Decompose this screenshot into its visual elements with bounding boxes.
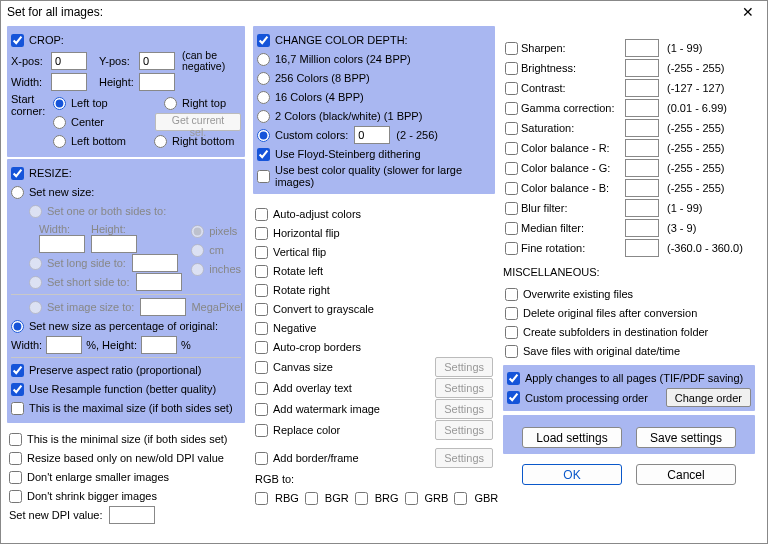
pct-h-input[interactable] bbox=[141, 336, 177, 354]
overlay-settings-button[interactable]: Settings bbox=[435, 378, 493, 398]
gbr-checkbox[interactable] bbox=[454, 492, 467, 505]
contrast-input[interactable] bbox=[625, 79, 659, 97]
bright-input[interactable] bbox=[625, 59, 659, 77]
allpages-checkbox[interactable] bbox=[507, 372, 520, 385]
corner-lb-radio[interactable] bbox=[53, 135, 66, 148]
long-input[interactable] bbox=[132, 254, 178, 272]
cancel-button[interactable]: Cancel bbox=[636, 464, 736, 485]
get-selection-button[interactable]: Get current sel. bbox=[155, 113, 241, 131]
custom-radio[interactable] bbox=[257, 129, 270, 142]
short-radio[interactable] bbox=[29, 276, 42, 289]
median-input[interactable] bbox=[625, 219, 659, 237]
corner-rt-radio[interactable] bbox=[164, 97, 177, 110]
c2-radio[interactable] bbox=[257, 110, 270, 123]
corner-lt-radio[interactable] bbox=[53, 97, 66, 110]
custom-input[interactable] bbox=[354, 126, 390, 144]
max-checkbox[interactable] bbox=[11, 402, 24, 415]
vflip-checkbox[interactable] bbox=[255, 246, 268, 259]
cbr-checkbox[interactable] bbox=[505, 142, 518, 155]
crop-height-input[interactable] bbox=[139, 73, 175, 91]
best-checkbox[interactable] bbox=[257, 170, 270, 183]
bright-checkbox[interactable] bbox=[505, 62, 518, 75]
brg-checkbox[interactable] bbox=[355, 492, 368, 505]
aspect-checkbox[interactable] bbox=[11, 364, 24, 377]
unit-cm-radio[interactable] bbox=[191, 244, 204, 257]
contrast-checkbox[interactable] bbox=[505, 82, 518, 95]
order-checkbox[interactable] bbox=[507, 391, 520, 404]
xpos-input[interactable] bbox=[51, 52, 87, 70]
finerot-checkbox[interactable] bbox=[505, 242, 518, 255]
overlay-checkbox[interactable] bbox=[255, 382, 268, 395]
crop-checkbox[interactable] bbox=[11, 34, 24, 47]
sharpen-input[interactable] bbox=[625, 39, 659, 57]
hflip-checkbox[interactable] bbox=[255, 227, 268, 240]
resample-checkbox[interactable] bbox=[11, 383, 24, 396]
imgsize-radio[interactable] bbox=[29, 301, 42, 314]
c167m-radio[interactable] bbox=[257, 53, 270, 66]
rsz-height-input[interactable] bbox=[91, 235, 137, 253]
replace-settings-button[interactable]: Settings bbox=[435, 420, 493, 440]
rotr-checkbox[interactable] bbox=[255, 284, 268, 297]
delete-checkbox[interactable] bbox=[505, 307, 518, 320]
dpi-based-checkbox[interactable] bbox=[9, 452, 22, 465]
subfolders-checkbox[interactable] bbox=[505, 326, 518, 339]
overwrite-checkbox[interactable] bbox=[505, 288, 518, 301]
ok-button[interactable]: OK bbox=[522, 464, 622, 485]
sat-checkbox[interactable] bbox=[505, 122, 518, 135]
crop-width-input[interactable] bbox=[51, 73, 87, 91]
blur-checkbox[interactable] bbox=[505, 202, 518, 215]
wm-checkbox[interactable] bbox=[255, 403, 268, 416]
c256-radio[interactable] bbox=[257, 72, 270, 85]
grb-checkbox[interactable] bbox=[405, 492, 418, 505]
newsize-radio[interactable] bbox=[11, 186, 24, 199]
sharpen-checkbox[interactable] bbox=[505, 42, 518, 55]
canvas-checkbox[interactable] bbox=[255, 361, 268, 374]
gamma-input[interactable] bbox=[625, 99, 659, 117]
neg-checkbox[interactable] bbox=[255, 322, 268, 335]
dither-checkbox[interactable] bbox=[257, 148, 270, 161]
gamma-checkbox[interactable] bbox=[505, 102, 518, 115]
wm-settings-button[interactable]: Settings bbox=[435, 399, 493, 419]
cbg-checkbox[interactable] bbox=[505, 162, 518, 175]
rotl-checkbox[interactable] bbox=[255, 265, 268, 278]
median-checkbox[interactable] bbox=[505, 222, 518, 235]
replace-checkbox[interactable] bbox=[255, 424, 268, 437]
noenlarge-checkbox[interactable] bbox=[9, 471, 22, 484]
autoadj-checkbox[interactable] bbox=[255, 208, 268, 221]
depth-checkbox[interactable] bbox=[257, 34, 270, 47]
blur-input[interactable] bbox=[625, 199, 659, 217]
pct-radio[interactable] bbox=[11, 320, 24, 333]
sat-input[interactable] bbox=[625, 119, 659, 137]
rbg-checkbox[interactable] bbox=[255, 492, 268, 505]
rsz-width-input[interactable] bbox=[39, 235, 85, 253]
cbg-input[interactable] bbox=[625, 159, 659, 177]
unit-in-radio[interactable] bbox=[191, 263, 204, 276]
long-radio[interactable] bbox=[29, 257, 42, 270]
corner-rb-radio[interactable] bbox=[154, 135, 167, 148]
border-settings-button[interactable]: Settings bbox=[435, 448, 493, 468]
c16-radio[interactable] bbox=[257, 91, 270, 104]
finerot-input[interactable] bbox=[625, 239, 659, 257]
cbr-input[interactable] bbox=[625, 139, 659, 157]
load-settings-button[interactable]: Load settings bbox=[522, 427, 622, 448]
ypos-input[interactable] bbox=[139, 52, 175, 70]
dpi-input[interactable] bbox=[109, 506, 155, 524]
canvas-settings-button[interactable]: Settings bbox=[435, 357, 493, 377]
min-checkbox[interactable] bbox=[9, 433, 22, 446]
pct-w-input[interactable] bbox=[46, 336, 82, 354]
cbb-checkbox[interactable] bbox=[505, 182, 518, 195]
autocrop-checkbox[interactable] bbox=[255, 341, 268, 354]
save-settings-button[interactable]: Save settings bbox=[636, 427, 736, 448]
corner-c-radio[interactable] bbox=[53, 116, 66, 129]
imgsize-input[interactable] bbox=[140, 298, 186, 316]
gray-checkbox[interactable] bbox=[255, 303, 268, 316]
noshrink-checkbox[interactable] bbox=[9, 490, 22, 503]
cbb-input[interactable] bbox=[625, 179, 659, 197]
close-icon[interactable]: ✕ bbox=[729, 1, 767, 22]
origdate-checkbox[interactable] bbox=[505, 345, 518, 358]
border-checkbox[interactable] bbox=[255, 452, 268, 465]
bgr-checkbox[interactable] bbox=[305, 492, 318, 505]
short-input[interactable] bbox=[136, 273, 182, 291]
oneorboth-radio[interactable] bbox=[29, 205, 42, 218]
change-order-button[interactable]: Change order bbox=[666, 388, 751, 407]
